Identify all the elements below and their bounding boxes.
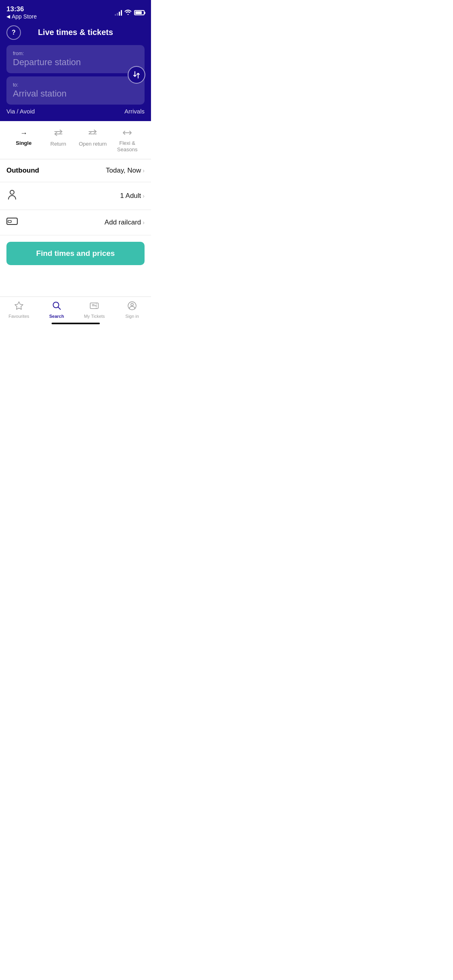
open-return-label: Open return — [79, 141, 107, 147]
back-label: App Store — [12, 13, 37, 20]
tab-open-return[interactable]: Open return — [76, 128, 110, 154]
status-icons — [115, 9, 145, 16]
tab-sign-in[interactable]: Sign in — [113, 301, 151, 319]
railcard-value: Add railcard — [105, 218, 141, 226]
tab-return[interactable]: Return — [41, 128, 76, 154]
open-return-icon — [88, 129, 97, 138]
help-button[interactable]: ? — [6, 25, 21, 40]
journey-tabs: → Single Return Open return — [0, 121, 151, 159]
passenger-icon — [6, 189, 18, 202]
to-label: to: — [13, 82, 138, 88]
back-button[interactable]: ◀ App Store — [6, 13, 37, 20]
outbound-label: Outbound — [6, 167, 39, 175]
favourites-label: Favourites — [8, 314, 29, 319]
sign-in-label: Sign in — [125, 314, 139, 319]
header: ? Live times & tickets — [0, 23, 151, 45]
battery-icon — [134, 10, 145, 15]
from-label: from: — [13, 51, 138, 56]
tab-favourites[interactable]: Favourites — [0, 301, 38, 319]
arrivals-button[interactable]: Arrivals — [124, 108, 145, 115]
signal-icon — [115, 10, 122, 16]
railcard-row[interactable]: Add railcard › — [0, 210, 151, 235]
flexi-icon — [123, 129, 132, 138]
tab-my-tickets[interactable]: My Tickets — [76, 301, 114, 319]
passengers-chevron-icon: › — [143, 193, 145, 199]
tab-single[interactable]: → Single — [6, 128, 41, 154]
svg-rect-2 — [8, 220, 11, 222]
search-icon — [52, 301, 62, 312]
outbound-value: Today, Now — [106, 167, 141, 175]
return-label: Return — [50, 141, 66, 147]
sign-in-icon — [127, 301, 137, 312]
wifi-icon — [124, 9, 132, 16]
outbound-row[interactable]: Outbound Today, Now › — [0, 159, 151, 182]
departure-placeholder: Departure station — [13, 57, 81, 67]
tab-search[interactable]: Search — [38, 301, 76, 319]
favourites-icon — [14, 301, 24, 312]
svg-point-6 — [131, 303, 133, 306]
page-title: Live times & tickets — [38, 28, 113, 37]
my-tickets-label: My Tickets — [84, 314, 105, 319]
outbound-chevron-icon: › — [143, 167, 145, 174]
departure-input[interactable]: from: Departure station — [6, 45, 145, 73]
swap-stations-button[interactable] — [128, 66, 145, 84]
return-icon — [54, 129, 63, 138]
main-content: → Single Return Open return — [0, 121, 151, 272]
single-label: Single — [16, 140, 31, 146]
status-bar: 13:36 ◀ App Store — [0, 0, 151, 23]
via-avoid-button[interactable]: Via / Avoid — [6, 108, 35, 115]
flexi-label: Flexi & Seasons — [111, 140, 144, 152]
svg-rect-1 — [7, 218, 17, 224]
svg-point-0 — [10, 190, 14, 194]
passengers-row[interactable]: 1 Adult › — [0, 182, 151, 210]
single-icon: → — [20, 129, 27, 138]
via-avoid-row: Via / Avoid Arrivals — [6, 108, 145, 115]
search-form: from: Departure station to: Arrival stat… — [0, 45, 151, 121]
passengers-value: 1 Adult — [120, 192, 141, 200]
stations-container: from: Departure station to: Arrival stat… — [6, 45, 145, 105]
my-tickets-icon — [89, 301, 99, 312]
arrival-placeholder: Arrival station — [13, 89, 66, 99]
tab-flexi[interactable]: Flexi & Seasons — [110, 128, 145, 154]
status-time: 13:36 — [6, 6, 37, 12]
back-arrow-icon: ◀ — [6, 14, 10, 19]
home-indicator — [52, 323, 100, 324]
find-times-button[interactable]: Find times and prices — [6, 242, 145, 265]
railcard-chevron-icon: › — [143, 219, 145, 226]
tab-bar: Favourites Search My Tickets — [0, 296, 151, 327]
arrival-input[interactable]: to: Arrival station — [6, 76, 145, 105]
search-label: Search — [49, 314, 64, 319]
railcard-icon — [6, 217, 18, 228]
